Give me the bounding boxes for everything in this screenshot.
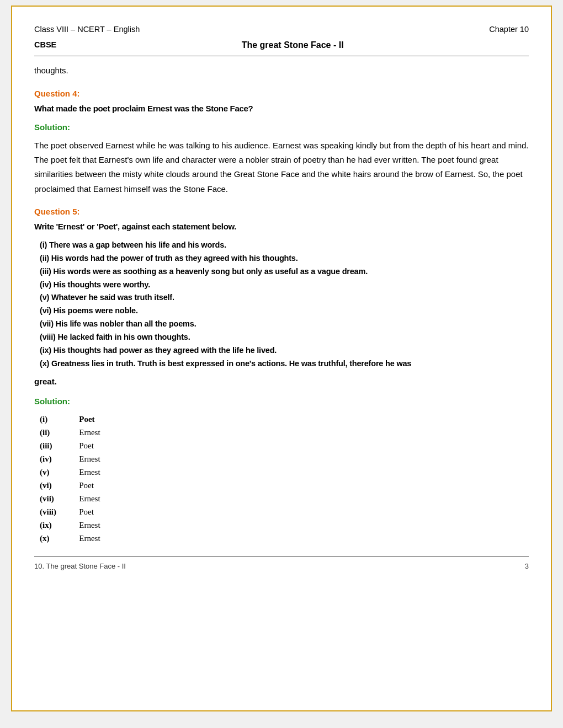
header-title: The great Stone Face - II: [56, 38, 529, 52]
q5-item: (viii) He lacked faith in his own though…: [40, 331, 529, 344]
footer: 10. The great Stone Face - II 3: [34, 561, 529, 572]
sol5-row: (viii) Poet: [40, 505, 529, 518]
footer-left: 10. The great Stone Face - II: [34, 561, 126, 572]
sol5-row: (iii) Poet: [40, 439, 529, 452]
q5-item: (v) Whatever he said was truth itself.: [40, 291, 529, 304]
header-top: Class VIII – NCERT – English Chapter 10: [34, 23, 529, 36]
sol5-list: (i) Poet(ii) Ernest(iii) Poet(iv) Ernest…: [40, 413, 529, 545]
sol5-row: (i) Poet: [40, 413, 529, 426]
q5-item: (vi) His poems were noble.: [40, 304, 529, 318]
question4-block: Question 4: What made the poet proclaim …: [34, 87, 529, 196]
q5-item: (iii) His words were as soothing as a he…: [40, 265, 529, 279]
page: Class VIII – NCERT – English Chapter 10 …: [11, 6, 552, 711]
q5-items: (i) There was a gap between his life and…: [40, 239, 529, 371]
q5-item: (ii) His words had the power of truth as…: [40, 252, 529, 265]
question5-label: Question 5:: [34, 205, 529, 218]
question4-label: Question 4:: [34, 87, 529, 100]
q5-item: (i) There was a gap between his life and…: [40, 239, 529, 252]
header-bottom: CBSE The great Stone Face - II: [34, 38, 529, 52]
solution4-text: The poet observed Earnest while he was t…: [34, 138, 529, 196]
great-text: great.: [34, 375, 529, 388]
footer-divider: [34, 556, 529, 556]
sol5-row: (v) Ernest: [40, 465, 529, 479]
question4-text: What made the poet proclaim Ernest was t…: [34, 102, 529, 115]
header-chapter: Chapter 10: [489, 23, 529, 36]
intro-text: thoughts.: [34, 64, 529, 77]
sol5-row: (vi) Poet: [40, 479, 529, 492]
header-class: Class VIII – NCERT – English: [34, 23, 140, 36]
q5-item: (iv) His thoughts were worthy.: [40, 279, 529, 292]
sol5-row: (iv) Ernest: [40, 452, 529, 465]
q5-item: (vii) His life was nobler than all the p…: [40, 318, 529, 331]
sol5-row: (ix) Ernest: [40, 518, 529, 532]
q5-item: (x) Greatness lies in truth. Truth is be…: [40, 357, 529, 371]
sol5-row: (ii) Ernest: [40, 426, 529, 439]
solution4-label: Solution:: [34, 121, 529, 134]
solution5-label: Solution:: [34, 395, 529, 408]
question5-text: Write 'Ernest' or 'Poet', against each s…: [34, 220, 529, 233]
header-divider: [34, 56, 529, 56]
sol5-row: (vii) Ernest: [40, 492, 529, 505]
header-cbse: CBSE: [34, 39, 56, 51]
sol5-row: (x) Ernest: [40, 532, 529, 545]
footer-right: 3: [525, 561, 529, 572]
q5-item: (ix) His thoughts had power as they agre…: [40, 344, 529, 357]
question5-block: Question 5: Write 'Ernest' or 'Poet', ag…: [34, 205, 529, 545]
